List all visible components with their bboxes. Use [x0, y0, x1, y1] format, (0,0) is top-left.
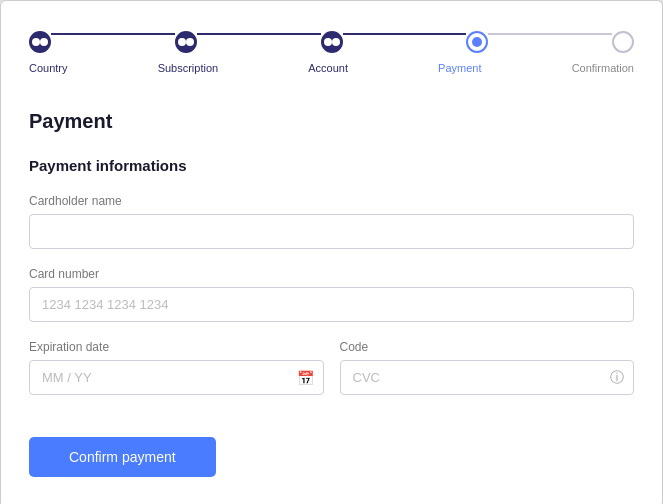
- cardholder-input[interactable]: [29, 214, 634, 249]
- connector-1: [51, 33, 175, 35]
- expiry-code-row: Expiration date 📅 Code ⓘ: [29, 340, 634, 413]
- card-number-input[interactable]: [29, 287, 634, 322]
- step-circle-country: [29, 31, 51, 53]
- step-label-confirmation: Confirmation: [572, 62, 634, 74]
- expiration-input[interactable]: [29, 360, 324, 395]
- step-label-subscription: Subscription: [158, 62, 219, 74]
- step-label-account: Account: [308, 62, 348, 74]
- page-title: Payment: [29, 110, 634, 133]
- cvc-input[interactable]: [340, 360, 635, 395]
- confirm-payment-button[interactable]: Confirm payment: [29, 437, 216, 477]
- expiration-input-wrapper: 📅: [29, 360, 324, 395]
- step-confirmation: [612, 31, 634, 53]
- code-group: Code ⓘ: [340, 340, 635, 395]
- code-input-wrapper: ⓘ: [340, 360, 635, 395]
- expiration-label: Expiration date: [29, 340, 324, 354]
- step-label-country: Country: [29, 62, 68, 74]
- cardholder-label: Cardholder name: [29, 194, 634, 208]
- expiration-group: Expiration date 📅: [29, 340, 324, 395]
- card-number-group: Card number: [29, 267, 634, 322]
- connector-2: [197, 33, 321, 35]
- calendar-icon: 📅: [297, 370, 314, 386]
- stepper-row: [29, 31, 634, 53]
- step-label-payment: Payment: [438, 62, 481, 74]
- section-title: Payment informations: [29, 157, 634, 174]
- payment-window: Country Subscription Account Payment Con…: [0, 0, 663, 504]
- connector-3: [343, 33, 467, 35]
- stepper: Country Subscription Account Payment Con…: [29, 25, 634, 74]
- step-account: [321, 31, 343, 53]
- step-payment: [466, 31, 488, 53]
- info-icon: ⓘ: [610, 369, 624, 387]
- cardholder-group: Cardholder name: [29, 194, 634, 249]
- step-circle-account: [321, 31, 343, 53]
- step-circle-confirmation: [612, 31, 634, 53]
- step-country: [29, 31, 51, 53]
- step-subscription: [175, 31, 197, 53]
- card-number-label: Card number: [29, 267, 634, 281]
- step-circle-payment: [466, 31, 488, 53]
- code-label: Code: [340, 340, 635, 354]
- connector-4: [488, 33, 612, 35]
- step-circle-subscription: [175, 31, 197, 53]
